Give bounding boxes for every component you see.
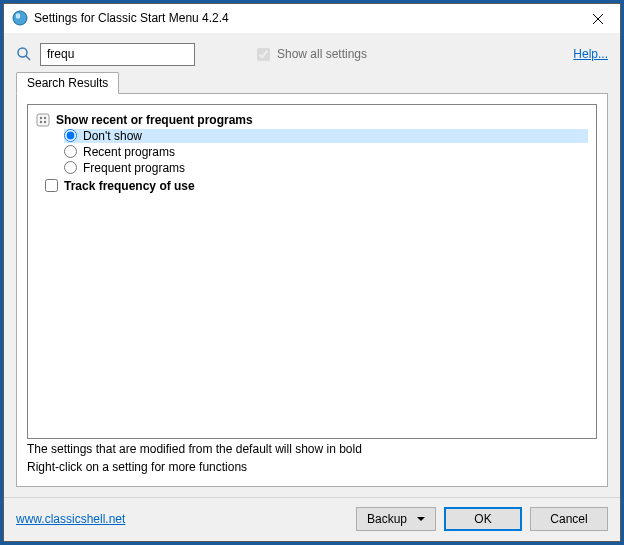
option-label: Frequent programs — [83, 161, 185, 175]
radio-recent-programs[interactable] — [64, 145, 77, 158]
radio-dont-show[interactable] — [64, 129, 77, 142]
content-panel: Show recent or frequent programs Don't s… — [16, 93, 608, 487]
svg-point-8 — [44, 117, 46, 119]
hint-line-1: The settings that are modified from the … — [27, 442, 597, 458]
tab-search-results[interactable]: Search Results — [16, 72, 119, 94]
help-link[interactable]: Help... — [573, 47, 608, 61]
show-all-label: Show all settings — [277, 47, 367, 61]
backup-label: Backup — [367, 512, 407, 526]
tabstrip: Search Results — [16, 72, 608, 93]
svg-point-4 — [18, 48, 27, 57]
backup-button[interactable]: Backup — [356, 507, 436, 531]
button-row: Backup OK Cancel — [356, 507, 608, 531]
footer: www.classicshell.net Backup OK Cancel — [4, 497, 620, 541]
svg-point-9 — [40, 121, 42, 123]
setting-group-label: Show recent or frequent programs — [56, 113, 253, 127]
checkbox-track-frequency[interactable] — [45, 179, 58, 192]
chevron-down-icon — [417, 517, 425, 521]
svg-point-0 — [13, 11, 27, 25]
cancel-button[interactable]: Cancel — [530, 507, 608, 531]
radio-frequent-programs[interactable] — [64, 161, 77, 174]
search-input[interactable] — [40, 43, 195, 66]
svg-point-7 — [40, 117, 42, 119]
settings-window: Settings for Classic Start Menu 4.2.4 — [3, 3, 621, 542]
close-button[interactable] — [575, 4, 620, 34]
hint-line-2: Right-click on a setting for more functi… — [27, 460, 597, 476]
group-icon — [36, 113, 50, 127]
window-title: Settings for Classic Start Menu 4.2.4 — [34, 11, 229, 25]
search-row: Show all settings Help... — [16, 43, 608, 66]
svg-point-1 — [16, 14, 20, 20]
close-icon — [593, 14, 603, 24]
show-all-checkbox — [257, 48, 270, 61]
dialog-body: Show all settings Help... Search Results — [4, 33, 620, 497]
option-recent-programs[interactable]: Recent programs — [64, 145, 588, 159]
setting-label: Track frequency of use — [64, 179, 195, 193]
option-label: Recent programs — [83, 145, 175, 159]
option-dont-show[interactable]: Don't show — [64, 129, 588, 143]
svg-rect-6 — [37, 114, 49, 126]
results-list: Show recent or frequent programs Don't s… — [27, 104, 597, 439]
app-icon — [12, 10, 28, 26]
svg-line-5 — [26, 56, 30, 60]
setting-track-frequency[interactable]: Track frequency of use — [45, 179, 588, 193]
option-label: Don't show — [83, 129, 142, 143]
ok-button[interactable]: OK — [444, 507, 522, 531]
titlebar: Settings for Classic Start Menu 4.2.4 — [4, 4, 620, 33]
svg-point-10 — [44, 121, 46, 123]
search-icon — [16, 46, 32, 62]
setting-group-recent-frequent[interactable]: Show recent or frequent programs — [36, 113, 588, 127]
show-all-settings: Show all settings — [253, 45, 367, 64]
website-link[interactable]: www.classicshell.net — [16, 512, 125, 526]
option-frequent-programs[interactable]: Frequent programs — [64, 161, 588, 175]
